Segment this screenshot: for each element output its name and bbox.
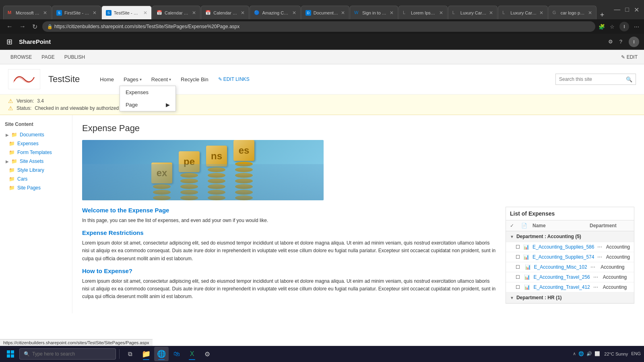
item-check[interactable]: ☐: [516, 284, 521, 290]
sidebar-label: Site Pages: [17, 185, 41, 191]
dept-group-hr[interactable]: ▼ Department : HR (1): [506, 292, 634, 303]
window-minimize[interactable]: —: [612, 4, 622, 15]
item-check[interactable]: ☐: [516, 274, 521, 280]
tab-signin[interactable]: W Sign in to yo... ✕: [350, 6, 398, 19]
sidebar-item-style-library[interactable]: 📁 Style Library: [6, 166, 69, 175]
item-check[interactable]: ☐: [516, 254, 520, 260]
sidebar-item-documents[interactable]: ▶ 📁 Documents: [3, 130, 69, 139]
tab-close-icon[interactable]: ✕: [588, 10, 592, 16]
tab-close-icon[interactable]: ✕: [241, 10, 245, 16]
tab-close-icon[interactable]: ✕: [43, 10, 47, 16]
new-tab-button[interactable]: +: [597, 11, 608, 19]
tab-close-icon[interactable]: ✕: [292, 10, 296, 16]
list-item: ☐ 📊 E_Accounting_Travel_256 ⋯ Accounting: [506, 272, 634, 282]
group-arrow-icon: ▼: [510, 234, 514, 239]
tab-microsoft[interactable]: M Microsoft Of... ✕: [3, 6, 52, 19]
tab-close-icon[interactable]: ✕: [192, 10, 196, 16]
tab-close-icon[interactable]: ✕: [539, 10, 543, 16]
item-name[interactable]: E_Accounting_Misc_102: [534, 264, 587, 270]
back-button[interactable]: ←: [5, 21, 14, 32]
dept-group-accounting[interactable]: ▼ Department : Accounting (5): [506, 231, 634, 242]
forward-button[interactable]: →: [18, 21, 27, 32]
item-check[interactable]: ☐: [516, 244, 520, 250]
dropdown-item-page[interactable]: Page ▶: [120, 99, 175, 111]
sidebar-title: Site Content: [3, 121, 69, 127]
tab-luxury2[interactable]: L Luxury Cars -... ✕: [498, 6, 548, 19]
nav-pages[interactable]: Pages ▾: [120, 74, 146, 85]
site-search-input[interactable]: [559, 76, 623, 82]
tab-firstsite[interactable]: S FirstSite - Ho... ✕: [52, 6, 101, 19]
list-item: ☐ 📊 E_Accounting_Travel_412 ⋯ Accounting: [506, 282, 634, 292]
folder-icon: 📁: [11, 132, 17, 138]
edit-button[interactable]: ✎ EDIT: [621, 54, 638, 60]
help-icon[interactable]: ?: [619, 39, 622, 45]
sidebar-item-form-templates[interactable]: 📁 Form Templates: [6, 148, 69, 157]
profile-icon[interactable]: I: [619, 22, 629, 31]
tab-luxury1[interactable]: L Luxury Cars -... ✕: [448, 6, 498, 19]
browser-menu-icon[interactable]: ⋯: [634, 24, 639, 30]
user-icon[interactable]: I: [629, 37, 639, 47]
search-icon[interactable]: 🔍: [626, 76, 632, 82]
more-options-icon[interactable]: ⋯: [593, 284, 600, 290]
sidebar-item-cars[interactable]: 📁 Cars: [6, 175, 69, 183]
tab-close-icon[interactable]: ✕: [390, 10, 394, 16]
waffle-icon[interactable]: ⊞: [5, 36, 14, 48]
tab-label: Microsoft Of...: [16, 10, 41, 15]
item-name[interactable]: E_Accounting_Travel_256: [533, 274, 590, 280]
tab-label: Calendar - H...: [165, 10, 190, 15]
favorites-icon[interactable]: ☆: [610, 24, 615, 30]
sharepoint-ribbon: BROWSE PAGE PUBLISH ✎ EDIT: [0, 50, 644, 64]
site-navigation: Home Pages ▾ Expenses Page ▶ Recent ▾ Re…: [96, 74, 254, 85]
tab-label: Luxury Cars -...: [460, 10, 487, 15]
tab-amazing-cars[interactable]: 🔵 Amazing Cars... ✕: [250, 6, 300, 19]
item-name[interactable]: E_Accounting_Supplies_586: [533, 244, 594, 250]
sharepoint-app-bar: ⊞ SharePoint ⚙ ? I: [0, 34, 644, 50]
tab-close-icon[interactable]: ✕: [93, 10, 97, 16]
publish-button[interactable]: PUBLISH: [60, 53, 89, 62]
tab-car-logo[interactable]: G car logo png... ✕: [548, 6, 597, 19]
more-options-icon[interactable]: ⋯: [597, 244, 603, 250]
browser-controls: 🧩 ☆ I ⋯: [599, 22, 639, 31]
tab-close-icon[interactable]: ✕: [341, 10, 345, 16]
url-bar[interactable]: 🔒 https://citizenbuilders.sharepoint.com…: [42, 21, 595, 32]
sidebar-item-site-assets[interactable]: ▶ 📁 Site Assets: [3, 157, 69, 166]
settings-icon[interactable]: ⚙: [608, 39, 613, 45]
tab-documents[interactable]: D Documents -... ✕: [301, 6, 349, 19]
extensions-icon[interactable]: 🧩: [599, 24, 605, 30]
tab-calendar1[interactable]: 📅 Calendar - H... ✕: [152, 6, 200, 19]
nav-recycle-bin[interactable]: Recycle Bin: [177, 74, 213, 85]
item-check[interactable]: ☐: [516, 264, 522, 270]
more-options-icon[interactable]: ⋯: [597, 254, 603, 260]
group-label: Department : Accounting (5): [516, 234, 581, 239]
tab-calendar2[interactable]: 📅 Calendar - H... ✕: [201, 6, 249, 19]
nav-edit-links[interactable]: ✎EDIT LINKS: [214, 74, 254, 84]
item-department: Accounting: [606, 254, 630, 260]
sidebar: Site Content ▶ 📁 Documents 📁 Expenses 📁 …: [0, 115, 72, 313]
item-name[interactable]: E_Accounting_Travel_412: [533, 284, 590, 290]
tab-lorem[interactable]: L Lorem Ipsum... ✕: [398, 6, 448, 19]
more-options-icon[interactable]: ⋯: [590, 264, 597, 270]
browse-button[interactable]: BROWSE: [6, 53, 36, 62]
window-close[interactable]: ✕: [632, 4, 641, 15]
app-name: SharePoint: [19, 38, 51, 45]
folder-icon: 📁: [9, 176, 15, 182]
tab-close-icon[interactable]: ✕: [439, 10, 443, 16]
tab-close-icon[interactable]: ✕: [143, 10, 147, 16]
item-name[interactable]: E_Accounting_Supplies_574: [533, 254, 594, 260]
status-text: Checked in and viewable by authorized us…: [35, 105, 133, 111]
nav-recent[interactable]: Recent ▾: [147, 74, 175, 85]
sidebar-item-expenses[interactable]: 📁 Expenses: [6, 139, 69, 148]
more-options-icon[interactable]: ⋯: [593, 274, 600, 280]
header-name: Name: [533, 223, 586, 228]
window-maximize[interactable]: □: [623, 4, 631, 15]
sidebar-item-site-pages[interactable]: 📁 Site Pages: [6, 183, 69, 192]
expenses-list-widget: List of Expenses ✓ 📄 Name Department ▼ D…: [506, 207, 634, 304]
tab-label: car logo png...: [561, 10, 586, 15]
refresh-button[interactable]: ↻: [31, 21, 39, 32]
logo-image: [10, 71, 38, 87]
page-button[interactable]: PAGE: [37, 53, 58, 62]
tab-testsite-active[interactable]: S TestSite - Exp... ✕: [101, 6, 152, 19]
tab-close-icon[interactable]: ✕: [489, 10, 493, 16]
nav-home[interactable]: Home: [96, 74, 118, 85]
dropdown-item-expenses[interactable]: Expenses: [120, 86, 175, 99]
